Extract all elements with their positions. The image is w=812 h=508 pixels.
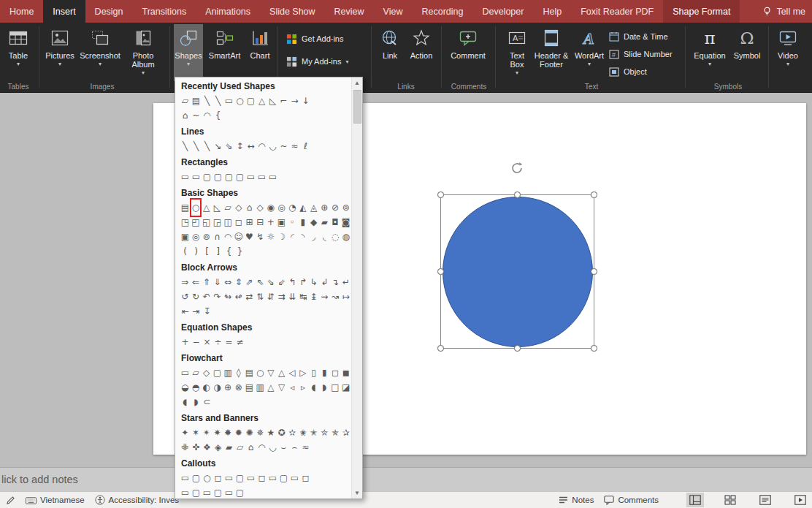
shape-glyph[interactable]: ▭ xyxy=(223,485,234,498)
date-time-button[interactable]: Date & Time xyxy=(609,29,668,45)
shape-glyph[interactable]: ↓ xyxy=(300,94,311,108)
rotation-handle-icon[interactable] xyxy=(510,162,524,175)
shape-glyph[interactable]: ↻ xyxy=(191,289,202,304)
scroll-down-arrow-icon[interactable]: ▼ xyxy=(354,490,360,496)
shape-glyph[interactable]: ✮ xyxy=(319,425,330,440)
shape-glyph[interactable]: ✷ xyxy=(212,425,223,440)
shape-glyph[interactable]: ▭ xyxy=(191,170,202,184)
shape-glyph[interactable]: ↫ xyxy=(233,289,244,304)
shape-glyph[interactable]: ✯ xyxy=(330,425,341,440)
shape-glyph[interactable]: ▭ xyxy=(267,170,278,184)
shape-glyph[interactable]: ◱ xyxy=(201,215,212,230)
shape-glyph[interactable]: △ xyxy=(201,200,212,215)
shape-glyph[interactable]: ✵ xyxy=(255,425,266,440)
shape-glyph[interactable]: ◎ xyxy=(191,230,202,244)
shape-glyph[interactable]: ~ xyxy=(278,139,289,153)
shape-glyph[interactable]: ◗ xyxy=(319,380,330,395)
shape-glyph[interactable]: △ xyxy=(276,365,287,380)
shape-glyph[interactable]: ⊚ xyxy=(340,200,351,215)
shape-glyph[interactable]: ⌂ xyxy=(180,108,191,123)
tab-home[interactable]: Home xyxy=(0,0,43,23)
shape-glyph[interactable]: ◼ xyxy=(340,365,351,380)
shape-glyph[interactable]: ↦ xyxy=(340,289,351,304)
shape-glyph[interactable]: ◞ xyxy=(308,230,319,244)
tab-view[interactable]: View xyxy=(374,0,413,23)
shape-glyph[interactable]: ◲ xyxy=(212,215,223,230)
shape-glyph[interactable]: ♥ xyxy=(244,230,255,244)
shape-glyph[interactable]: ◻ xyxy=(300,471,311,485)
shape-glyph[interactable]: ◻ xyxy=(330,365,341,380)
shape-glyph[interactable]: ◦ xyxy=(287,215,298,230)
audio-button-partial[interactable] xyxy=(805,24,812,81)
shape-glyph[interactable]: ▤ xyxy=(191,94,202,108)
scrollbar-thumb[interactable] xyxy=(353,90,361,124)
tab-tell-me[interactable]: Tell me xyxy=(753,0,812,23)
table-button[interactable]: Table ▾ xyxy=(1,24,35,81)
shape-glyph[interactable]: ◇ xyxy=(201,365,212,380)
shape-glyph[interactable]: ▭ xyxy=(180,365,191,380)
shape-glyph[interactable]: { xyxy=(223,244,234,259)
shape-glyph[interactable]: ◖ xyxy=(180,395,191,409)
shape-glyph[interactable]: ◬ xyxy=(308,200,319,215)
shape-glyph[interactable]: ⊞ xyxy=(244,215,255,230)
shape-glyph[interactable]: ▭ xyxy=(245,471,256,485)
shape-glyph[interactable]: ↔ xyxy=(245,139,256,153)
tab-design[interactable]: Design xyxy=(85,0,133,23)
notes-toggle[interactable]: Notes xyxy=(559,496,594,504)
photo-album-button[interactable]: Photo Album ▾ xyxy=(123,24,164,81)
shape-glyph[interactable]: ○ xyxy=(255,365,266,380)
shape-glyph[interactable]: ◭ xyxy=(298,200,309,215)
shape-glyph[interactable]: ▹ xyxy=(298,380,309,395)
shape-glyph[interactable]: ▢ xyxy=(212,365,223,380)
shape-glyph[interactable]: ▢ xyxy=(278,471,289,485)
shape-glyph[interactable]: + xyxy=(266,215,277,230)
shape-glyph[interactable]: ╲ xyxy=(180,139,191,153)
shape-glyph[interactable]: ✫ xyxy=(287,425,298,440)
shape-glyph[interactable]: ≈ xyxy=(289,139,300,153)
slideshow-view-button[interactable] xyxy=(792,493,809,507)
shape-glyph[interactable]: ◻ xyxy=(256,471,267,485)
shape-glyph[interactable]: ◉ xyxy=(266,200,277,215)
shape-glyph[interactable]: ◆ xyxy=(308,215,319,230)
normal-view-button[interactable] xyxy=(686,493,704,507)
shape-glyph[interactable]: } xyxy=(234,244,245,259)
shape-glyph[interactable]: ▮ xyxy=(319,365,330,380)
shape-glyph[interactable]: ⇵ xyxy=(266,289,277,304)
shape-glyph[interactable]: ◺ xyxy=(212,200,223,215)
shape-glyph[interactable]: ⇗ xyxy=(244,275,255,289)
shape-glyph[interactable]: = xyxy=(223,335,234,349)
scroll-up-arrow-icon[interactable]: ▲ xyxy=(354,80,360,86)
shape-glyph[interactable]: ↕ xyxy=(234,139,245,153)
shape-glyph[interactable]: ○ xyxy=(202,471,212,485)
shape-glyph[interactable]: ▭ xyxy=(289,471,300,485)
get-addins-button[interactable]: Get Add-ins xyxy=(286,31,343,47)
shape-glyph[interactable]: ▱ xyxy=(223,200,234,215)
shape-glyph[interactable]: ⌢ xyxy=(289,440,300,455)
shape-glyph[interactable]: ╲ xyxy=(202,94,212,108)
shape-glyph[interactable]: ▭ xyxy=(223,94,234,108)
shape-glyph[interactable]: ◘ xyxy=(330,215,341,230)
shape-glyph[interactable]: ▯ xyxy=(308,365,319,380)
shape-glyph[interactable]: ▤ xyxy=(180,200,191,215)
notes-pane[interactable]: lick to add notes xyxy=(0,467,812,491)
shape-glyph[interactable]: ⇤ xyxy=(180,304,191,319)
shape-glyph[interactable]: ◳ xyxy=(180,215,191,230)
shape-glyph[interactable]: △ xyxy=(266,380,277,395)
shape-glyph[interactable]: ◇ xyxy=(233,200,244,215)
shape-glyph[interactable]: ⇘ xyxy=(223,139,234,153)
screenshot-button[interactable]: Screenshot ▾ xyxy=(80,24,120,81)
shape-glyph[interactable]: ☽ xyxy=(276,230,287,244)
shape-glyph[interactable]: ↲ xyxy=(319,275,330,289)
shape-glyph[interactable]: ✜ xyxy=(191,440,202,455)
pictures-button[interactable]: Pictures ▾ xyxy=(42,24,77,81)
shape-glyph[interactable]: ▢ xyxy=(223,170,234,184)
shape-glyph[interactable]: ⌣ xyxy=(278,440,289,455)
link-button[interactable]: Link xyxy=(376,24,404,81)
shape-glyph[interactable]: ↴ xyxy=(330,275,341,289)
shape-glyph[interactable]: ◜ xyxy=(287,230,298,244)
shape-glyph[interactable]: ⇝ xyxy=(319,289,330,304)
shape-glyph[interactable]: ╲ xyxy=(191,139,202,153)
shape-glyph[interactable]: ↷ xyxy=(212,289,223,304)
shape-glyph[interactable]: ○ xyxy=(191,200,202,215)
shape-glyph[interactable]: ⌐ xyxy=(278,94,289,108)
